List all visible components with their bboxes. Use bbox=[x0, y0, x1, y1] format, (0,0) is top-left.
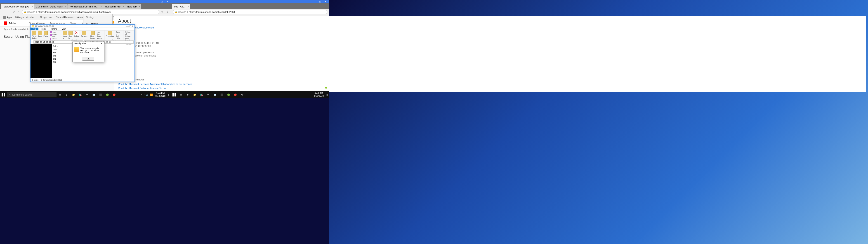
bookmark[interactable]: Google.com bbox=[39, 16, 54, 19]
adobe-logo[interactable]: Adobe bbox=[4, 22, 16, 25]
taskbar-app[interactable]: 📧 bbox=[212, 91, 218, 98]
taskbar-app[interactable]: 🟢 bbox=[225, 91, 232, 98]
newitem-button[interactable]: New item ▾ bbox=[96, 31, 103, 35]
max-button[interactable]: □ bbox=[129, 25, 131, 27]
close-button[interactable]: ✕ bbox=[164, 0, 170, 3]
ribbon-tab-home[interactable]: Home bbox=[39, 28, 49, 30]
about-heading: About bbox=[118, 18, 862, 24]
tab[interactable]: Housecall Pro✕ bbox=[103, 4, 125, 9]
tab[interactable]: i cant open swf files | Ad✕ bbox=[1, 4, 34, 9]
ribbon-tab-share[interactable]: Share bbox=[49, 28, 59, 30]
window-title-bar: — □ ✕ bbox=[0, 0, 171, 3]
edit-button[interactable]: Edit bbox=[116, 35, 122, 37]
taskbar-app[interactable]: ⬛ bbox=[218, 91, 225, 98]
secure-label: Secure bbox=[27, 11, 35, 13]
back-button[interactable]: ← bbox=[2, 10, 5, 14]
move-button[interactable]: Move to bbox=[63, 31, 67, 39]
explorer-path[interactable]: 2018-08-13-08-35-26 bbox=[35, 25, 54, 27]
taskbar-app[interactable]: 🔴 bbox=[111, 91, 118, 98]
taskbar-left: ○ Type here to search ▭ e 📁 🛍️ ✉ 📧 ⬛ 🟢 🔴… bbox=[0, 91, 171, 98]
max-button[interactable]: □ bbox=[317, 0, 323, 3]
tray-icon[interactable]: ㅅ bbox=[140, 93, 143, 96]
taskbar-search[interactable]: ○ Type here to search bbox=[7, 92, 57, 97]
ribbon: Pin to Quick Copy Paste Cut Copy path Pa… bbox=[31, 30, 134, 40]
taskbar-app[interactable]: 📧 bbox=[90, 91, 97, 98]
tab[interactable]: Re: Receipt from Tim W…✕ bbox=[68, 4, 103, 9]
ribbon-tab-file[interactable]: File bbox=[31, 28, 38, 30]
cut-button[interactable]: Cut bbox=[50, 31, 60, 33]
selectall-button[interactable]: Select all bbox=[125, 31, 133, 35]
start-button[interactable] bbox=[171, 91, 178, 98]
close-button[interactable]: ✕ bbox=[323, 0, 328, 3]
taskbar-app[interactable]: ✉ bbox=[205, 91, 212, 98]
taskbar-app[interactable]: e bbox=[63, 91, 70, 98]
bookmark[interactable]: Military/models/bot… bbox=[14, 16, 38, 19]
taskbar-app[interactable]: 🔴 bbox=[232, 91, 239, 98]
tab[interactable]: files | Ad…✕ bbox=[172, 4, 190, 9]
license-link[interactable]: Read the Microsoft Software License Term… bbox=[118, 87, 166, 89]
tray-icon[interactable]: ꜛ bbox=[144, 94, 145, 96]
ribbon-tab-view[interactable]: View bbox=[60, 28, 68, 30]
close-button[interactable]: ✕ bbox=[132, 25, 133, 27]
notifications-icon[interactable]: ▯ bbox=[327, 94, 328, 96]
url-input[interactable]: 🔒 Secure | https://forums.adobe.com/comm… bbox=[22, 10, 159, 14]
close-icon[interactable]: ✕ bbox=[65, 5, 67, 8]
min-button[interactable]: — bbox=[154, 0, 159, 3]
close-icon[interactable]: ✕ bbox=[31, 5, 33, 8]
taskbar-app[interactable]: 🛍️ bbox=[198, 91, 205, 98]
up-button[interactable]: ↑ bbox=[31, 41, 33, 43]
taskbar-app[interactable]: ✉ bbox=[84, 91, 90, 98]
history-button[interactable]: History bbox=[116, 37, 122, 39]
tab[interactable]: New Tab✕ bbox=[125, 4, 141, 9]
close-icon[interactable]: ✕ bbox=[100, 5, 102, 8]
delete-button[interactable]: Delete bbox=[74, 31, 79, 39]
taskbar-app[interactable]: 📁 bbox=[191, 91, 198, 98]
clock[interactable]: 3:46 PM8/18/2018 bbox=[154, 92, 167, 97]
bookmark[interactable]: Apps bbox=[2, 16, 13, 19]
copyto-button[interactable]: Copy to bbox=[68, 31, 73, 39]
nav-link[interactable]: Support Home bbox=[29, 22, 45, 25]
close-icon[interactable]: ✕ bbox=[122, 5, 124, 8]
close-icon[interactable]: ✕ bbox=[187, 5, 189, 8]
services-link[interactable]: Read the Microsoft Services Agreement th… bbox=[118, 83, 192, 85]
nav-link[interactable]: News bbox=[70, 22, 76, 25]
notifications-icon[interactable]: ▯ bbox=[168, 94, 169, 96]
taskbar-app[interactable]: 🟢 bbox=[104, 91, 111, 98]
rename-button[interactable]: Rename bbox=[81, 31, 87, 39]
taskbar-app[interactable]: e bbox=[184, 91, 191, 98]
reload-button[interactable]: ⟳ bbox=[12, 10, 16, 14]
secure-label: Secure bbox=[178, 11, 186, 13]
max-button[interactable]: □ bbox=[159, 0, 164, 3]
close-icon[interactable]: ✕ bbox=[101, 42, 102, 44]
clock[interactable]: 3:46 PM8/18/2018 bbox=[312, 92, 325, 97]
cut-icon bbox=[50, 31, 52, 33]
tab-strip: i cant open swf files | Ad✕ Community: U… bbox=[0, 3, 171, 9]
close-icon[interactable]: ✕ bbox=[138, 5, 140, 8]
taskbar-app[interactable]: 📁 bbox=[70, 91, 77, 98]
start-button[interactable] bbox=[0, 91, 7, 98]
taskbar-app[interactable]: ⚙ bbox=[239, 91, 246, 98]
taskbar-app[interactable]: 🛍️ bbox=[77, 91, 84, 98]
star-icon[interactable]: ☆ bbox=[160, 10, 164, 14]
menu-icon[interactable]: ⋮ bbox=[165, 10, 169, 14]
min-button[interactable]: — bbox=[126, 25, 129, 27]
copypath-button[interactable]: Copy path bbox=[50, 33, 60, 37]
tab[interactable]: Community: Using Flash✕ bbox=[34, 4, 68, 9]
newfolder-button[interactable]: New folder bbox=[90, 31, 95, 41]
selectnone-button[interactable]: Select none bbox=[125, 35, 133, 39]
url-input[interactable]: 🔒 Secure | https://forums.adobe.com/thre… bbox=[173, 10, 327, 14]
dialog-title: Security Alert bbox=[74, 42, 86, 44]
nav-link[interactable]: Forums Home bbox=[50, 22, 65, 25]
home-button[interactable]: ⌂ bbox=[17, 10, 20, 14]
properties-button[interactable]: Properties bbox=[106, 31, 114, 39]
ok-button[interactable]: OK bbox=[82, 57, 94, 61]
bookmark[interactable]: Games/Alienware bbox=[55, 16, 75, 19]
min-button[interactable]: — bbox=[312, 0, 317, 3]
task-view-button[interactable]: ▭ bbox=[178, 91, 184, 98]
tray-icon[interactable]: 📶 bbox=[150, 94, 153, 96]
taskbar-app[interactable]: ⬛ bbox=[97, 91, 104, 98]
forward-button[interactable]: → bbox=[7, 10, 10, 14]
open-button[interactable]: Open ▾ bbox=[116, 31, 122, 35]
task-view-button[interactable]: ▭ bbox=[57, 91, 63, 98]
tray-icon[interactable]: 🔈 bbox=[146, 94, 149, 96]
